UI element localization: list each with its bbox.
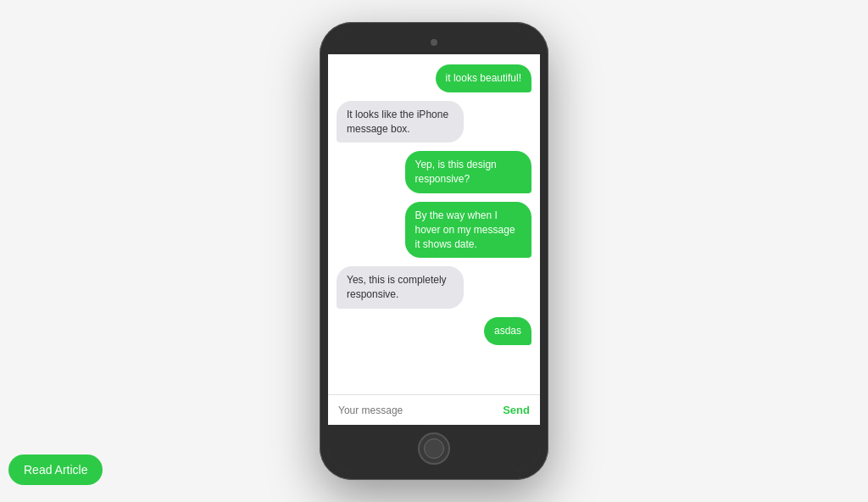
- message-row: asdas: [337, 317, 531, 345]
- message-row: It looks like the iPhone message box.: [337, 101, 531, 143]
- messages-area: it looks beautiful! It looks like the iP…: [328, 54, 540, 394]
- message-row: Yes, this is completely responsive.: [337, 266, 531, 309]
- phone-frame: it looks beautiful! It looks like the iP…: [320, 22, 548, 480]
- phone-bottom: [328, 425, 540, 471]
- message-bubble: It looks like the iPhone message box.: [337, 101, 464, 143]
- message-row: it looks beautiful!: [337, 64, 531, 92]
- home-button-inner: [424, 438, 444, 459]
- send-button[interactable]: Send: [503, 404, 530, 416]
- phone-inner: it looks beautiful! It looks like the iP…: [328, 31, 540, 471]
- message-bubble: asdas: [484, 317, 531, 345]
- phone-screen: it looks beautiful! It looks like the iP…: [328, 54, 540, 425]
- read-article-button[interactable]: Read Article: [8, 455, 103, 485]
- message-bubble: Yep, is this design responsive?: [405, 151, 532, 193]
- message-input-area: Send: [328, 394, 540, 425]
- message-row: By the way when I hover on my message it…: [337, 202, 531, 258]
- home-button[interactable]: [418, 432, 450, 465]
- message-row: Yep, is this design responsive?: [337, 151, 531, 193]
- message-bubble: it looks beautiful!: [436, 64, 531, 92]
- message-bubble: Yes, this is completely responsive.: [337, 266, 464, 309]
- phone-top-bar: [328, 31, 540, 54]
- message-bubble: By the way when I hover on my message it…: [405, 202, 532, 258]
- camera-dot: [431, 39, 437, 46]
- message-input[interactable]: [338, 404, 496, 416]
